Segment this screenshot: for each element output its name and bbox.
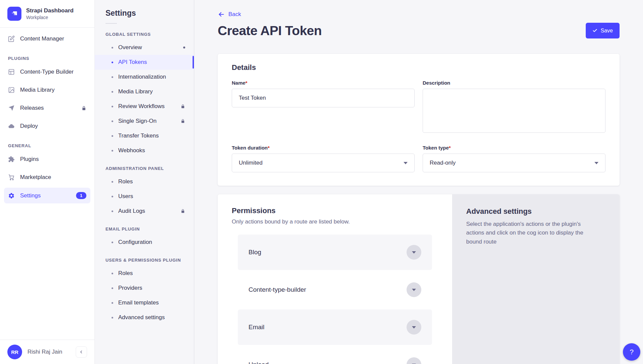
- expand-accordion-button[interactable]: [407, 320, 421, 335]
- subnav-item-review-workflows[interactable]: Review Workflows: [95, 99, 194, 114]
- token-duration-label: Token duration*: [232, 145, 415, 151]
- sidebar-item-content-type-builder[interactable]: Content-Type Builder: [4, 64, 90, 80]
- bullet-icon: [112, 91, 113, 93]
- lock-icon: [181, 104, 185, 109]
- sidebar-item-label: Content-Type Builder: [20, 69, 74, 75]
- bullet-icon: [112, 273, 113, 274]
- bullet-icon: [112, 135, 113, 137]
- bullet-icon: [112, 106, 113, 107]
- workspace-switcher[interactable]: Strapi Dashboard Workplace: [0, 0, 94, 28]
- description-textarea[interactable]: [423, 89, 605, 133]
- subnav-item-api-tokens[interactable]: API Tokens: [95, 55, 194, 70]
- permissions-accordion-list: Blog Content-type-builder Email: [232, 235, 438, 364]
- subnav-item-users[interactable]: Users: [95, 189, 194, 204]
- bullet-icon: [112, 210, 113, 212]
- subnav-item-label: Email templates: [118, 299, 159, 306]
- sidebar-item-settings[interactable]: Settings 1: [4, 188, 90, 203]
- subnav-item-label: Audit Logs: [118, 208, 145, 214]
- subnav-item-label: Roles: [118, 178, 133, 185]
- subnav-item-media-library[interactable]: Media Library: [95, 84, 194, 99]
- subnav-item-up-roles[interactable]: Roles: [95, 266, 194, 281]
- sidebar-item-media-library[interactable]: Media Library: [4, 82, 90, 98]
- user-name: Rishi Raj Jain: [27, 349, 62, 355]
- expand-accordion-button[interactable]: [407, 245, 421, 260]
- workspace-subtitle: Workplace: [26, 15, 74, 20]
- permissions-subtitle: Only actions bound by a route are listed…: [232, 218, 438, 225]
- subnav-item-transfer-tokens[interactable]: Transfer Tokens: [95, 128, 194, 143]
- subnav-item-configuration[interactable]: Configuration: [95, 235, 194, 250]
- check-icon: [592, 28, 597, 33]
- sidebar-item-label: Plugins: [20, 156, 39, 163]
- expand-accordion-button[interactable]: [407, 357, 421, 364]
- sidebar-item-plugins[interactable]: Plugins: [4, 152, 90, 167]
- subnav-item-label: Providers: [118, 285, 142, 291]
- subnav-item-advanced-settings[interactable]: Advanced settings: [95, 310, 194, 325]
- permissions-card: Permissions Only actions bound by a rout…: [218, 194, 620, 364]
- lock-icon: [81, 106, 86, 111]
- bullet-icon: [112, 317, 113, 318]
- bullet-icon: [112, 302, 113, 304]
- subnav-item-label: Overview: [118, 44, 142, 51]
- subnav-title: Settings: [95, 9, 194, 18]
- subnav-item-webhooks[interactable]: Webhooks: [95, 143, 194, 158]
- bullet-icon: [112, 120, 113, 122]
- accordion-row-blog[interactable]: Blog: [238, 235, 432, 270]
- media-library-icon: [8, 87, 15, 93]
- subnav-item-internationalization[interactable]: Internationalization: [95, 70, 194, 84]
- expand-accordion-button[interactable]: [407, 282, 421, 297]
- sidebar-section-general: GENERAL: [4, 136, 90, 152]
- bullet-icon: [112, 76, 113, 78]
- sidebar-collapse-button[interactable]: [76, 346, 87, 358]
- name-input[interactable]: [232, 89, 415, 107]
- advanced-settings-panel: Advanced settings Select the application…: [452, 194, 620, 364]
- required-mark: *: [245, 80, 247, 86]
- sidebar-item-label: Releases: [20, 105, 44, 111]
- subnav-item-providers[interactable]: Providers: [95, 281, 194, 295]
- sidebar-item-deploy[interactable]: Deploy: [4, 118, 90, 134]
- token-type-field-group: Token type* Read-only: [423, 145, 605, 172]
- name-label: Name*: [232, 80, 415, 86]
- question-mark-icon: ?: [630, 348, 634, 356]
- cloud-icon: [8, 123, 15, 129]
- subnav-item-email-templates[interactable]: Email templates: [95, 295, 194, 310]
- subnav-item-audit-logs[interactable]: Audit Logs: [95, 204, 194, 218]
- save-button[interactable]: Save: [586, 23, 620, 38]
- permissions-title: Permissions: [232, 206, 438, 215]
- bullet-icon: [112, 242, 113, 243]
- subnav-item-roles[interactable]: Roles: [95, 174, 194, 189]
- token-duration-select[interactable]: Unlimited: [232, 154, 415, 172]
- avatar: RR: [7, 345, 22, 359]
- advanced-settings-title: Advanced settings: [466, 207, 605, 216]
- main-content: Back Create API Token Save Details Name*: [194, 0, 643, 364]
- subnav-item-label: Review Workflows: [118, 103, 165, 110]
- subnav-item-overview[interactable]: Overview: [95, 40, 194, 55]
- sidebar-item-content-manager[interactable]: Content Manager: [4, 31, 90, 47]
- sidebar-item-releases[interactable]: Releases: [4, 100, 90, 116]
- subnav-item-label: Webhooks: [118, 147, 145, 154]
- subnav-section-users-permissions-plugin: USERS & PERMISSIONS PLUGIN: [95, 250, 194, 266]
- accordion-label: Email: [248, 324, 265, 331]
- token-type-select[interactable]: Read-only: [423, 154, 605, 172]
- lock-icon: [181, 119, 185, 123]
- subnav-section-administration-panel: ADMINISTRATION PANEL: [95, 158, 194, 174]
- accordion-row-email[interactable]: Email: [238, 309, 432, 345]
- subnav-item-single-sign-on[interactable]: Single Sign-On: [95, 114, 194, 128]
- cart-icon: [8, 174, 15, 181]
- accordion-label: Blog: [248, 249, 261, 256]
- required-mark: *: [268, 145, 270, 151]
- name-field-group: Name*: [232, 80, 415, 134]
- details-title: Details: [232, 63, 605, 72]
- accordion-row-upload[interactable]: Upload: [238, 347, 432, 364]
- back-arrow-icon: [218, 11, 225, 18]
- sidebar-item-marketplace[interactable]: Marketplace: [4, 170, 90, 185]
- settings-subnav: Settings GLOBAL SETTINGS Overview API To…: [95, 0, 194, 364]
- bullet-icon: [112, 181, 113, 183]
- token-duration-value: Unlimited: [239, 160, 263, 166]
- back-link[interactable]: Back: [218, 11, 241, 18]
- help-button[interactable]: ?: [623, 343, 640, 361]
- accordion-row-content-type-builder[interactable]: Content-type-builder: [238, 272, 432, 307]
- chevron-down-icon: [412, 289, 416, 291]
- subnav-item-label: Single Sign-On: [118, 118, 156, 124]
- sidebar-item-label: Marketplace: [20, 174, 51, 181]
- advanced-settings-description: Select the application's actions or the …: [466, 220, 600, 246]
